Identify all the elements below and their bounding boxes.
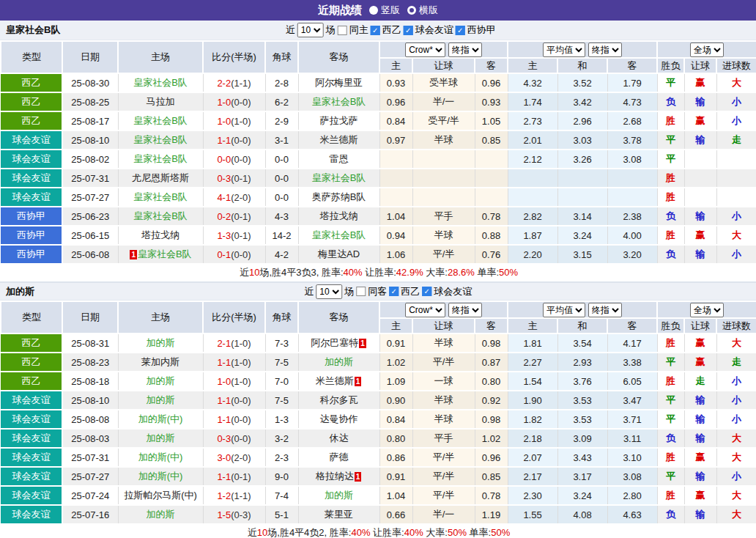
asian-odds-group: Crow* 终指 bbox=[379, 301, 508, 318]
date-cell: 25-07-31 bbox=[62, 169, 118, 188]
handicap-result bbox=[684, 188, 716, 207]
odds-time-select[interactable]: 终指 bbox=[448, 43, 482, 57]
score-cell: 1-2(1-1) bbox=[203, 486, 265, 505]
handicap-result bbox=[684, 169, 716, 188]
full-match-select[interactable]: 全场 bbox=[690, 303, 724, 317]
asian-away-odds: 0.96 bbox=[475, 73, 508, 92]
odds-time-select[interactable]: 终指 bbox=[448, 303, 482, 317]
handicap-result: 赢 bbox=[684, 73, 716, 92]
league-cell: 西协甲 bbox=[1, 207, 62, 226]
same-venue-checkbox[interactable] bbox=[356, 287, 366, 296]
away-team-cell: 梅里达AD bbox=[298, 245, 379, 264]
home-team-name: 加的斯 bbox=[147, 432, 175, 443]
league-badge: 西乙 bbox=[1, 334, 62, 352]
avg-draw-odds: 3.24 bbox=[557, 226, 607, 245]
match-count-select[interactable]: 10 bbox=[297, 23, 324, 37]
radio-unselected-icon[interactable] bbox=[407, 6, 416, 15]
home-team-cell: 加的斯 bbox=[118, 429, 203, 448]
radio-selected-icon[interactable] bbox=[369, 6, 378, 15]
league-filter-checkbox[interactable]: ✓ bbox=[456, 26, 465, 35]
score-cell: 3-0(2-0) bbox=[203, 448, 265, 467]
match-row: 球会友谊25-07-31加的斯(中)3-0(2-0)2-3萨德0.86平/半0.… bbox=[1, 448, 756, 467]
league-cell: 球会友谊 bbox=[1, 505, 62, 524]
match-result: 胜 bbox=[657, 372, 684, 391]
home-team-cell: 皇家社会B队 bbox=[118, 150, 203, 169]
asian-away-odds: 0.93 bbox=[475, 92, 508, 111]
away-team-cell: 阿尔巴塞特1 bbox=[298, 334, 379, 353]
radio-horizontal-label: 横版 bbox=[419, 4, 438, 17]
date-cell: 25-08-10 bbox=[62, 391, 118, 410]
home-team-cell: 加的斯 bbox=[118, 505, 203, 524]
match-result: 胜 bbox=[657, 226, 684, 245]
halftime-score: (1-0) bbox=[231, 376, 251, 387]
avg-draw-odds: 2.96 bbox=[557, 111, 607, 130]
league-filter-checkbox[interactable]: ✓ bbox=[422, 287, 431, 296]
league-filter-checkbox[interactable]: ✓ bbox=[371, 26, 380, 35]
avg-away-odds: 3.38 bbox=[607, 353, 657, 372]
asian-away-odds: 0.76 bbox=[475, 245, 508, 264]
away-team-cell: 萨拉戈萨 bbox=[298, 111, 379, 130]
home-team-cell: 皇家社会B队 bbox=[118, 207, 203, 226]
league-filter-checkbox[interactable]: ✓ bbox=[404, 26, 413, 35]
match-result: 胜 bbox=[657, 169, 684, 188]
avg-home-odds: 2.18 bbox=[508, 429, 557, 448]
asian-handicap: 半/一 bbox=[412, 505, 475, 524]
asian-home-odds: 0.84 bbox=[379, 111, 412, 130]
same-venue-checkbox[interactable] bbox=[338, 26, 347, 35]
radio-horizontal[interactable]: 横版 bbox=[407, 4, 438, 17]
league-filter-checkbox[interactable]: ✓ bbox=[389, 287, 399, 296]
sub-column-header: 进球数 bbox=[716, 318, 756, 334]
goals-result bbox=[716, 169, 756, 188]
league-cell: 西协甲 bbox=[1, 245, 62, 264]
avg-home-odds bbox=[508, 188, 557, 207]
avg-draw-odds: 3.43 bbox=[557, 448, 607, 467]
away-team-cell: 奥萨苏纳B队 bbox=[298, 188, 379, 207]
odds-company-select[interactable]: Crow* bbox=[405, 303, 445, 317]
asian-home-odds bbox=[379, 188, 412, 207]
avg-away-odds: 3.08 bbox=[607, 150, 657, 169]
summary-value: 40% bbox=[351, 527, 370, 538]
match-row: 西协甲25-06-23皇家社会B队0-2(0-1)4-3塔拉戈纳1.04平手0.… bbox=[1, 207, 756, 226]
average-select[interactable]: 平均值 bbox=[543, 303, 585, 317]
column-header: 日期 bbox=[62, 41, 118, 73]
asian-handicap: 半球 bbox=[412, 334, 475, 353]
home-team-cell: 皇家社会B队 bbox=[118, 130, 203, 150]
handicap-result: 输 bbox=[684, 429, 716, 448]
league-cell: 西乙 bbox=[1, 334, 62, 353]
column-header: 角球 bbox=[265, 301, 298, 334]
halftime-score: (2-0) bbox=[231, 192, 251, 203]
score-cell: 0-3(0-1) bbox=[203, 169, 265, 188]
league-cell: 球会友谊 bbox=[1, 429, 62, 448]
topbar: 近期战绩 竖版 横版 bbox=[0, 0, 756, 21]
full-match-select[interactable]: 全场 bbox=[690, 43, 724, 57]
asian-home-odds: 1.02 bbox=[379, 353, 412, 372]
corners-cell: 0-0 bbox=[265, 188, 298, 207]
avg-home-odds: 1.82 bbox=[508, 410, 557, 429]
home-team-name: 加的斯 bbox=[147, 509, 175, 520]
radio-vertical[interactable]: 竖版 bbox=[369, 4, 400, 17]
corners-cell: 9-0 bbox=[265, 467, 298, 486]
match-result: 平 bbox=[657, 391, 684, 410]
goals-result: 小 bbox=[716, 372, 756, 391]
asian-handicap bbox=[412, 169, 475, 188]
odds-company-select[interactable]: Crow* bbox=[405, 43, 445, 57]
league-filter-label: 西乙 bbox=[401, 285, 420, 298]
final-odds-select[interactable]: 终指 bbox=[588, 303, 622, 317]
match-row: 球会友谊25-08-10加的斯1-1(0-0)7-5科尔多瓦0.90半球0.92… bbox=[1, 391, 756, 410]
league-cell: 西乙 bbox=[1, 111, 62, 130]
summary-text: 近10场,胜4平4负2, 胜率:40% 让胜率:40% 大率:50% 单率:50… bbox=[1, 524, 756, 538]
asian-home-odds: 1.04 bbox=[379, 486, 412, 505]
match-row: 西乙25-08-17皇家社会B队1-0(1-0)2-9萨拉戈萨0.84受平/半1… bbox=[1, 111, 756, 130]
europe-odds-group: 平均值 终指 bbox=[508, 41, 657, 58]
match-count-select[interactable]: 10 bbox=[316, 284, 342, 299]
asian-away-odds: 0.92 bbox=[475, 391, 508, 410]
corners-cell: 2-9 bbox=[265, 111, 298, 130]
average-select[interactable]: 平均值 bbox=[543, 43, 585, 57]
final-odds-select[interactable]: 终指 bbox=[588, 43, 622, 57]
summary-label: 场,胜4平3负3, 胜率: bbox=[259, 267, 343, 278]
away-team-name: 休达 bbox=[330, 432, 349, 443]
league-badge: 球会友谊 bbox=[1, 150, 62, 168]
league-cell: 球会友谊 bbox=[1, 150, 62, 169]
away-team-name: 塔拉戈纳 bbox=[320, 210, 358, 221]
team-name: 皇家社会B队 bbox=[0, 23, 60, 37]
